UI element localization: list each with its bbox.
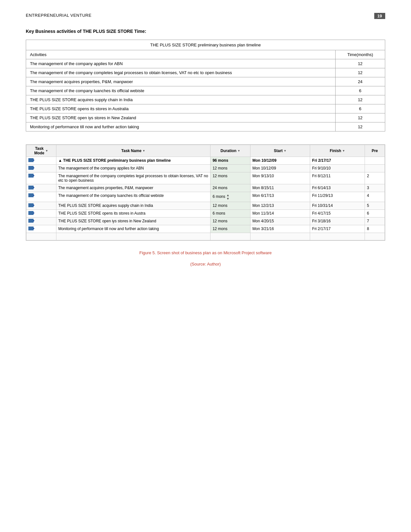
start-cell: Mon 4/20/15 xyxy=(250,218,310,225)
task-mode-cell xyxy=(26,218,56,225)
finish-cell: Fri 6/14/13 xyxy=(310,184,365,192)
task-mode-cell xyxy=(26,210,56,218)
empty-cell xyxy=(210,233,250,240)
sort-arrow-duration: ▼ xyxy=(237,149,240,152)
finish-cell: Fri 3/18/16 xyxy=(310,218,365,225)
time-cell: 12 xyxy=(335,68,385,77)
table-row: The management of the company applies fo… xyxy=(26,59,385,68)
pre-cell xyxy=(365,165,385,172)
pre-cell: 4 xyxy=(365,192,385,202)
time-cell: 24 xyxy=(335,77,385,86)
table-row: Monitoring of performance till now and f… xyxy=(26,122,385,131)
pre-cell xyxy=(365,157,385,165)
activity-cell: THE PLUS SIZE STORE opens its stores in … xyxy=(26,104,336,113)
task-mode-icon xyxy=(28,203,34,207)
ms-project-row: The management acquires properties, P&M,… xyxy=(26,184,385,192)
activity-cell: THE PLUS SIZE STORE open iys stores in N… xyxy=(26,113,336,122)
duration-cell: 24 mons xyxy=(210,184,250,192)
duration-cell: 12 mons xyxy=(210,218,250,225)
figure-caption: Figure 5. Screen shot of business plan a… xyxy=(26,250,385,255)
empty-cell xyxy=(310,233,365,240)
time-col-header: Time(months) xyxy=(335,50,385,59)
task-name-cell: The management of the company completes … xyxy=(56,172,210,184)
table-row: THE PLUS SIZE STORE acquires supply chai… xyxy=(26,95,385,104)
table-header-row: THE PLUS SIZE STORE preliminary business… xyxy=(26,40,385,50)
activity-cell: Monitoring of performance till now and f… xyxy=(26,122,336,131)
finish-cell: Fri 2/17/17 xyxy=(310,157,365,165)
task-mode-cell xyxy=(26,165,56,172)
pre-cell: 7 xyxy=(365,218,385,225)
task-mode-cell xyxy=(26,192,56,202)
finish-sort[interactable]: Finish ▼ xyxy=(330,149,345,153)
table-row: The management of the company luanches i… xyxy=(26,86,385,95)
table-row: THE PLUS SIZE STORE open iys stores in N… xyxy=(26,113,385,122)
time-cell: 12 xyxy=(335,113,385,122)
finish-cell: Fri 2/17/17 xyxy=(310,225,365,233)
business-plan-table: THE PLUS SIZE STORE preliminary business… xyxy=(26,40,385,131)
pre-cell: 3 xyxy=(365,184,385,192)
col-header-duration: Duration ▼ xyxy=(210,145,250,157)
activity-cell: The management of the company applies fo… xyxy=(26,59,336,68)
duration-cell: 12 mons xyxy=(210,165,250,172)
col-header-finish: Finish ▼ xyxy=(310,145,365,157)
task-name-cell: THE PLUS SIZE STORE open iys stores in N… xyxy=(56,218,210,225)
ms-project-header-row: TaskMode ▼ Task Name ▼ Duration ▼ Start … xyxy=(26,145,385,157)
activities-col-header: Activities xyxy=(26,50,336,59)
activity-cell: The management of the company luanches i… xyxy=(26,86,336,95)
finish-cell: Fri 11/29/13 xyxy=(310,192,365,202)
page-number: 19 xyxy=(374,13,385,19)
start-cell: Mon 9/13/10 xyxy=(250,172,310,184)
duration-cell: 6 mons xyxy=(210,210,250,218)
start-cell: Mon 3/21/16 xyxy=(250,225,310,233)
task-mode-icon xyxy=(28,193,34,197)
table-row: THE PLUS SIZE STORE opens its stores in … xyxy=(26,104,385,113)
duration-sort[interactable]: Duration ▼ xyxy=(220,149,240,153)
ms-project-row: ▲ THE PLUS SIZE STORE preliminary busine… xyxy=(26,157,385,165)
task-mode-cell xyxy=(26,184,56,192)
task-mode-icon xyxy=(28,211,34,215)
finish-cell: Fri 10/31/14 xyxy=(310,202,365,210)
task-name-sort[interactable]: Task Name ▼ xyxy=(121,149,145,153)
col-header-task-name: Task Name ▼ xyxy=(56,145,210,157)
activity-cell: THE PLUS SIZE STORE acquires supply chai… xyxy=(26,95,336,104)
pre-cell: 6 xyxy=(365,210,385,218)
ms-project-row: The management of the company applies fo… xyxy=(26,165,385,172)
task-mode-icon xyxy=(28,174,34,178)
pre-cell: 5 xyxy=(365,202,385,210)
start-cell: Mon 11/3/14 xyxy=(250,210,310,218)
col-header-task-mode: TaskMode ▼ xyxy=(26,145,56,157)
task-mode-icon xyxy=(28,186,34,189)
empty-cell xyxy=(365,233,385,240)
col-header-start: Start ▼ xyxy=(250,145,310,157)
section-heading: Key Business activities of THE PLUS SIZE… xyxy=(26,29,385,34)
scroll-indicator[interactable]: ▲▼ xyxy=(226,193,230,200)
start-sort[interactable]: Start ▼ xyxy=(274,149,287,153)
ms-project-row: THE PLUS SIZE STORE acquires supply chai… xyxy=(26,202,385,210)
task-mode-cell xyxy=(26,157,56,165)
sort-arrow-task-mode: ▼ xyxy=(45,149,48,152)
ms-project-empty-row xyxy=(26,233,385,240)
duration-cell: 96 mons xyxy=(210,157,250,165)
task-name-cell: The management of the company luanches i… xyxy=(56,192,210,202)
col-header-pre: Pre xyxy=(365,145,385,157)
ms-project-row: The management of the company completes … xyxy=(26,172,385,184)
task-mode-sort[interactable]: TaskMode ▼ xyxy=(34,146,48,155)
duration-cell: 12 mons xyxy=(210,172,250,184)
task-mode-icon xyxy=(28,158,34,162)
activity-cell: The management acquires properties, P&M,… xyxy=(26,77,336,86)
time-cell: 6 xyxy=(335,104,385,113)
sort-arrow-task-name: ▼ xyxy=(142,149,145,152)
empty-cell xyxy=(56,233,210,240)
task-name-cell: The management of the company applies fo… xyxy=(56,165,210,172)
finish-cell: Fri 8/12/11 xyxy=(310,172,365,184)
task-name-cell: The management acquires properties, P&M,… xyxy=(56,184,210,192)
ms-project-row: The management of the company luanches i… xyxy=(26,192,385,202)
ms-project-row: THE PLUS SIZE STORE open iys stores in N… xyxy=(26,218,385,225)
pre-cell: 8 xyxy=(365,225,385,233)
start-cell: Mon 10/12/09 xyxy=(250,165,310,172)
task-mode-icon xyxy=(28,166,34,170)
time-cell: 6 xyxy=(335,86,385,95)
finish-cell: Fri 4/17/15 xyxy=(310,210,365,218)
ms-project-row: THE PLUS SIZE STORE opens its stores in … xyxy=(26,210,385,218)
table-row: The management acquires properties, P&M,… xyxy=(26,77,385,86)
